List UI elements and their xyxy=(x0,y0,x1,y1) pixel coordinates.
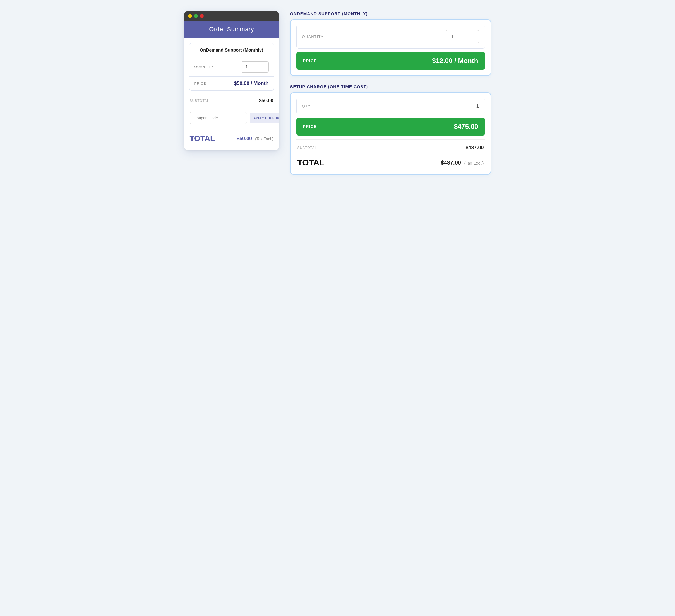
ondemand-section: ONDEMAND SUPPORT (MONTHLY) QUANTITY PRIC… xyxy=(290,11,491,76)
setup-price-bar: PRICE $475.00 xyxy=(296,118,485,136)
setup-price-value: $475.00 xyxy=(454,123,478,130)
subtotal-row: SUBTOTAL $50.00 xyxy=(189,93,274,108)
browser-window: Order Summary OnDemand Support (Monthly)… xyxy=(184,11,279,150)
ondemand-quantity-row: QUANTITY xyxy=(297,25,485,48)
ondemand-detail-card: QUANTITY PRICE $12.00 / Month xyxy=(290,19,491,76)
price-row: PRICE $50.00 / Month xyxy=(190,77,274,90)
ondemand-price-value: $12.00 / Month xyxy=(432,57,478,65)
dot-yellow xyxy=(188,14,192,18)
price-label: PRICE xyxy=(195,82,234,86)
setup-total-value: $487.00 (Tax Excl.) xyxy=(441,160,484,166)
browser-titlebar xyxy=(184,11,279,21)
setup-total-row: TOTAL $487.00 (Tax Excl.) xyxy=(296,153,485,168)
quantity-input[interactable] xyxy=(241,61,269,73)
right-panel: ONDEMAND SUPPORT (MONTHLY) QUANTITY PRIC… xyxy=(290,11,491,175)
total-value: $50.00 (Tax Excl.) xyxy=(237,136,273,142)
order-summary-header: Order Summary xyxy=(184,21,279,38)
product-card: OnDemand Support (Monthly) QUANTITY PRIC… xyxy=(189,43,274,91)
subtotal-value: $50.00 xyxy=(259,98,274,103)
setup-subtotal-label: SUBTOTAL xyxy=(297,146,466,150)
ondemand-inner-card: QUANTITY xyxy=(296,25,485,49)
ondemand-price-label: PRICE xyxy=(303,59,432,63)
ondemand-section-title: ONDEMAND SUPPORT (MONTHLY) xyxy=(290,11,491,16)
setup-detail-card: QTY 1 PRICE $475.00 SUBTOTAL $487.00 TOT… xyxy=(290,92,491,175)
setup-section-title: SETUP CHARGE (one time cost) xyxy=(290,84,491,89)
ondemand-qty-label: QUANTITY xyxy=(302,34,446,39)
dot-green xyxy=(194,14,198,18)
page-container: Order Summary OnDemand Support (Monthly)… xyxy=(184,11,491,175)
total-row: TOTAL $50.00 (Tax Excl.) xyxy=(189,128,274,145)
setup-inner-card: QTY 1 xyxy=(296,98,485,114)
subtotal-label: SUBTOTAL xyxy=(190,99,259,103)
quantity-label: QUANTITY xyxy=(195,65,241,69)
setup-qty-value: 1 xyxy=(476,103,479,109)
setup-qty-label: QTY xyxy=(302,104,476,108)
setup-section: SETUP CHARGE (one time cost) QTY 1 PRICE… xyxy=(290,84,491,175)
order-summary-body: OnDemand Support (Monthly) QUANTITY PRIC… xyxy=(184,43,279,150)
setup-subtotal-row: SUBTOTAL $487.00 xyxy=(296,140,485,153)
setup-total-label: TOTAL xyxy=(297,158,441,167)
tax-note: (Tax Excl.) xyxy=(255,137,273,141)
quantity-row: QUANTITY xyxy=(190,58,274,77)
price-value: $50.00 / Month xyxy=(234,81,269,86)
dot-red xyxy=(200,14,204,18)
total-label: TOTAL xyxy=(190,134,237,143)
coupon-input[interactable] xyxy=(190,112,247,124)
apply-coupon-button[interactable]: APPLY COUPON xyxy=(250,113,279,123)
setup-tax-note: (Tax Excl.) xyxy=(464,161,483,165)
product-name: OnDemand Support (Monthly) xyxy=(190,43,274,58)
setup-qty-row: QTY 1 xyxy=(297,98,485,114)
setup-subtotal-value: $487.00 xyxy=(465,145,483,151)
coupon-row: APPLY COUPON xyxy=(189,108,274,128)
ondemand-qty-input[interactable] xyxy=(446,30,479,43)
ondemand-price-bar: PRICE $12.00 / Month xyxy=(296,52,485,70)
setup-price-label: PRICE xyxy=(303,124,454,129)
